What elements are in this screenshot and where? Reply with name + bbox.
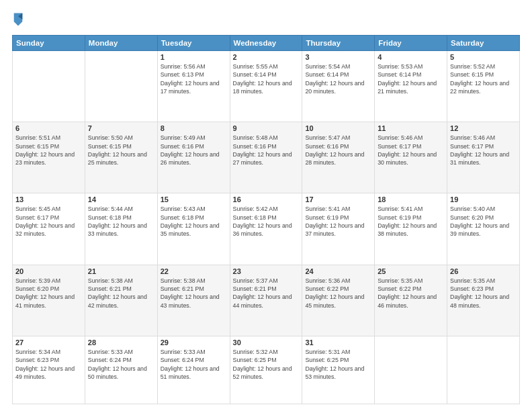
day-number: 31 bbox=[305, 338, 371, 347]
day-info: Sunrise: 5:40 AM Sunset: 6:20 PM Dayligh… bbox=[450, 205, 517, 238]
logo bbox=[12, 12, 26, 30]
day-number: 7 bbox=[88, 124, 154, 132]
day-info: Sunrise: 5:46 AM Sunset: 6:17 PM Dayligh… bbox=[450, 134, 517, 167]
calendar-cell: 5Sunrise: 5:52 AM Sunset: 6:15 PM Daylig… bbox=[447, 51, 520, 122]
calendar-cell: 6Sunrise: 5:51 AM Sunset: 6:15 PM Daylig… bbox=[13, 122, 85, 193]
day-number: 26 bbox=[450, 267, 517, 275]
day-info: Sunrise: 5:34 AM Sunset: 6:23 PM Dayligh… bbox=[15, 348, 82, 381]
header bbox=[12, 12, 520, 30]
calendar-cell: 8Sunrise: 5:49 AM Sunset: 6:16 PM Daylig… bbox=[157, 122, 230, 193]
day-info: Sunrise: 5:44 AM Sunset: 6:18 PM Dayligh… bbox=[88, 205, 154, 238]
calendar-cell: 29Sunrise: 5:33 AM Sunset: 6:24 PM Dayli… bbox=[157, 336, 230, 404]
day-info: Sunrise: 5:46 AM Sunset: 6:17 PM Dayligh… bbox=[378, 134, 444, 167]
calendar-table: SundayMondayTuesdayWednesdayThursdayFrid… bbox=[12, 35, 520, 404]
day-header-sunday: Sunday bbox=[13, 36, 85, 51]
day-info: Sunrise: 5:51 AM Sunset: 6:15 PM Dayligh… bbox=[15, 134, 82, 167]
day-info: Sunrise: 5:37 AM Sunset: 6:21 PM Dayligh… bbox=[233, 277, 300, 310]
day-info: Sunrise: 5:42 AM Sunset: 6:18 PM Dayligh… bbox=[233, 205, 300, 238]
calendar-cell bbox=[447, 336, 520, 404]
day-info: Sunrise: 5:38 AM Sunset: 6:21 PM Dayligh… bbox=[88, 277, 154, 310]
calendar-cell: 3Sunrise: 5:54 AM Sunset: 6:14 PM Daylig… bbox=[302, 51, 375, 122]
calendar-cell: 9Sunrise: 5:48 AM Sunset: 6:16 PM Daylig… bbox=[230, 122, 302, 193]
calendar-cell: 13Sunrise: 5:45 AM Sunset: 6:17 PM Dayli… bbox=[13, 193, 85, 265]
day-number: 17 bbox=[305, 195, 371, 203]
day-number: 16 bbox=[233, 195, 300, 203]
day-info: Sunrise: 5:43 AM Sunset: 6:18 PM Dayligh… bbox=[161, 205, 227, 238]
calendar-cell bbox=[85, 51, 157, 122]
calendar-cell: 26Sunrise: 5:35 AM Sunset: 6:23 PM Dayli… bbox=[447, 265, 520, 336]
day-header-tuesday: Tuesday bbox=[157, 36, 230, 51]
day-info: Sunrise: 5:56 AM Sunset: 6:13 PM Dayligh… bbox=[161, 62, 227, 95]
calendar-cell: 11Sunrise: 5:46 AM Sunset: 6:17 PM Dayli… bbox=[375, 122, 447, 193]
day-info: Sunrise: 5:38 AM Sunset: 6:21 PM Dayligh… bbox=[161, 277, 227, 310]
calendar-cell: 2Sunrise: 5:55 AM Sunset: 6:14 PM Daylig… bbox=[230, 51, 302, 122]
day-number: 23 bbox=[233, 267, 300, 275]
calendar-cell: 20Sunrise: 5:39 AM Sunset: 6:20 PM Dayli… bbox=[13, 265, 85, 336]
day-number: 19 bbox=[450, 195, 517, 203]
day-info: Sunrise: 5:49 AM Sunset: 6:16 PM Dayligh… bbox=[161, 134, 227, 167]
day-info: Sunrise: 5:54 AM Sunset: 6:14 PM Dayligh… bbox=[305, 62, 371, 95]
day-info: Sunrise: 5:39 AM Sunset: 6:20 PM Dayligh… bbox=[15, 277, 82, 310]
day-info: Sunrise: 5:53 AM Sunset: 6:14 PM Dayligh… bbox=[378, 62, 444, 95]
day-info: Sunrise: 5:35 AM Sunset: 6:22 PM Dayligh… bbox=[378, 277, 444, 310]
day-header-row: SundayMondayTuesdayWednesdayThursdayFrid… bbox=[13, 36, 520, 51]
day-number: 25 bbox=[378, 267, 444, 275]
calendar-cell: 30Sunrise: 5:32 AM Sunset: 6:25 PM Dayli… bbox=[230, 336, 302, 404]
calendar-cell: 22Sunrise: 5:38 AM Sunset: 6:21 PM Dayli… bbox=[157, 265, 230, 336]
day-info: Sunrise: 5:45 AM Sunset: 6:17 PM Dayligh… bbox=[15, 205, 82, 238]
calendar-cell: 14Sunrise: 5:44 AM Sunset: 6:18 PM Dayli… bbox=[85, 193, 157, 265]
calendar-cell: 19Sunrise: 5:40 AM Sunset: 6:20 PM Dayli… bbox=[447, 193, 520, 265]
day-header-wednesday: Wednesday bbox=[230, 36, 302, 51]
day-number: 11 bbox=[378, 124, 444, 132]
calendar-cell: 18Sunrise: 5:41 AM Sunset: 6:19 PM Dayli… bbox=[375, 193, 447, 265]
day-info: Sunrise: 5:55 AM Sunset: 6:14 PM Dayligh… bbox=[233, 62, 300, 95]
day-header-saturday: Saturday bbox=[447, 36, 520, 51]
calendar-cell: 4Sunrise: 5:53 AM Sunset: 6:14 PM Daylig… bbox=[375, 51, 447, 122]
day-number: 15 bbox=[161, 195, 227, 203]
day-info: Sunrise: 5:48 AM Sunset: 6:16 PM Dayligh… bbox=[233, 134, 300, 167]
day-number: 8 bbox=[161, 124, 227, 132]
day-number: 27 bbox=[15, 338, 82, 347]
calendar-cell: 7Sunrise: 5:50 AM Sunset: 6:15 PM Daylig… bbox=[85, 122, 157, 193]
day-info: Sunrise: 5:41 AM Sunset: 6:19 PM Dayligh… bbox=[305, 205, 371, 238]
calendar-cell: 25Sunrise: 5:35 AM Sunset: 6:22 PM Dayli… bbox=[375, 265, 447, 336]
calendar-cell: 10Sunrise: 5:47 AM Sunset: 6:16 PM Dayli… bbox=[302, 122, 375, 193]
day-header-thursday: Thursday bbox=[302, 36, 375, 51]
day-info: Sunrise: 5:47 AM Sunset: 6:16 PM Dayligh… bbox=[305, 134, 371, 167]
calendar-cell: 16Sunrise: 5:42 AM Sunset: 6:18 PM Dayli… bbox=[230, 193, 302, 265]
calendar-cell: 1Sunrise: 5:56 AM Sunset: 6:13 PM Daylig… bbox=[157, 51, 230, 122]
day-number: 9 bbox=[233, 124, 300, 132]
day-number: 13 bbox=[15, 195, 82, 203]
day-number: 6 bbox=[15, 124, 82, 132]
day-info: Sunrise: 5:33 AM Sunset: 6:24 PM Dayligh… bbox=[161, 348, 227, 381]
calendar-page: SundayMondayTuesdayWednesdayThursdayFrid… bbox=[0, 0, 532, 411]
calendar-cell: 27Sunrise: 5:34 AM Sunset: 6:23 PM Dayli… bbox=[13, 336, 85, 404]
day-number: 21 bbox=[88, 267, 154, 275]
day-number: 18 bbox=[378, 195, 444, 203]
calendar-cell: 24Sunrise: 5:36 AM Sunset: 6:22 PM Dayli… bbox=[302, 265, 375, 336]
day-number: 20 bbox=[15, 267, 82, 275]
day-info: Sunrise: 5:50 AM Sunset: 6:15 PM Dayligh… bbox=[88, 134, 154, 167]
day-number: 10 bbox=[305, 124, 371, 132]
day-info: Sunrise: 5:33 AM Sunset: 6:24 PM Dayligh… bbox=[88, 348, 154, 381]
day-number: 14 bbox=[88, 195, 154, 203]
day-number: 28 bbox=[88, 338, 154, 347]
calendar-cell bbox=[375, 336, 447, 404]
day-number: 22 bbox=[161, 267, 227, 275]
day-info: Sunrise: 5:31 AM Sunset: 6:25 PM Dayligh… bbox=[305, 348, 371, 381]
day-info: Sunrise: 5:41 AM Sunset: 6:19 PM Dayligh… bbox=[378, 205, 444, 238]
day-number: 12 bbox=[450, 124, 517, 132]
calendar-cell: 17Sunrise: 5:41 AM Sunset: 6:19 PM Dayli… bbox=[302, 193, 375, 265]
day-number: 30 bbox=[233, 338, 300, 347]
day-number: 29 bbox=[161, 338, 227, 347]
calendar-cell: 23Sunrise: 5:37 AM Sunset: 6:21 PM Dayli… bbox=[230, 265, 302, 336]
day-info: Sunrise: 5:52 AM Sunset: 6:15 PM Dayligh… bbox=[450, 62, 517, 95]
day-header-friday: Friday bbox=[375, 36, 447, 51]
calendar-cell bbox=[13, 51, 85, 122]
day-number: 2 bbox=[233, 53, 300, 61]
day-header-monday: Monday bbox=[85, 36, 157, 51]
calendar-cell: 28Sunrise: 5:33 AM Sunset: 6:24 PM Dayli… bbox=[85, 336, 157, 404]
day-number: 5 bbox=[450, 53, 517, 61]
calendar-cell: 31Sunrise: 5:31 AM Sunset: 6:25 PM Dayli… bbox=[302, 336, 375, 404]
calendar-cell: 15Sunrise: 5:43 AM Sunset: 6:18 PM Dayli… bbox=[157, 193, 230, 265]
